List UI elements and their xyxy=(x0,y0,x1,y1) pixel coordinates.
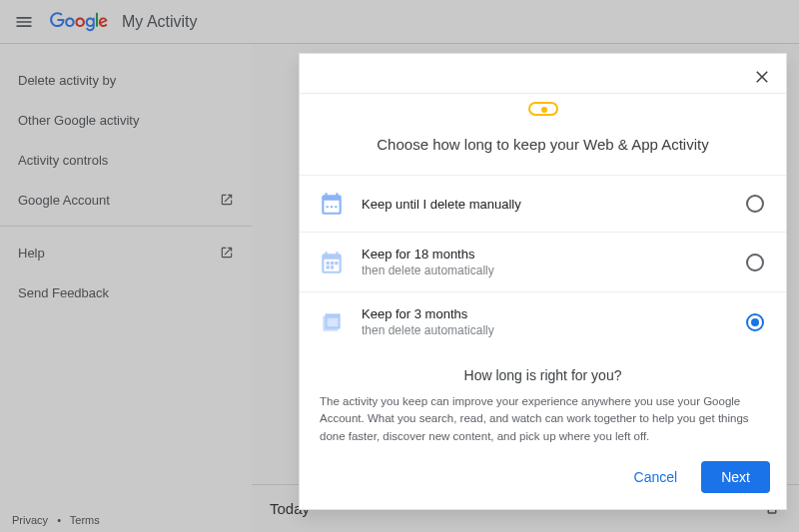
option-keep-18-months[interactable]: Keep for 18 months then delete automatic… xyxy=(300,232,786,291)
option-subtitle: then delete automatically xyxy=(362,264,730,277)
option-keep-3-months[interactable]: Keep for 3 months then delete automatica… xyxy=(300,291,786,351)
info-block: How long is right for you? The activity … xyxy=(300,351,786,455)
cancel-button[interactable]: Cancel xyxy=(624,461,688,493)
calendar-stack-icon xyxy=(318,308,346,336)
toggle-illustration-icon xyxy=(528,102,558,116)
option-keep-manual[interactable]: Keep until I delete manually xyxy=(300,175,786,232)
dialog-title: Choose how long to keep your Web & App A… xyxy=(300,124,786,175)
calendar-month-icon xyxy=(318,249,346,276)
info-title: How long is right for you? xyxy=(320,367,766,383)
next-button[interactable]: Next xyxy=(701,461,770,493)
option-title: Keep for 3 months xyxy=(362,306,730,321)
option-title: Keep until I delete manually xyxy=(362,197,730,212)
calendar-ellipsis-icon xyxy=(318,190,346,218)
option-subtitle: then delete automatically xyxy=(362,323,730,337)
radio-button[interactable] xyxy=(746,254,764,271)
option-title: Keep for 18 months xyxy=(362,247,730,262)
info-body: The activity you keep can improve your e… xyxy=(320,393,766,445)
dialog-hero xyxy=(300,94,786,124)
dialog-actions: Cancel Next xyxy=(300,455,786,509)
close-icon[interactable] xyxy=(750,64,774,88)
dialog-header-strip xyxy=(300,54,786,94)
radio-button-selected[interactable] xyxy=(746,313,764,331)
modal-overlay[interactable]: Choose how long to keep your Web & App A… xyxy=(0,0,799,532)
retention-dialog: Choose how long to keep your Web & App A… xyxy=(299,53,787,510)
radio-button[interactable] xyxy=(746,195,764,213)
